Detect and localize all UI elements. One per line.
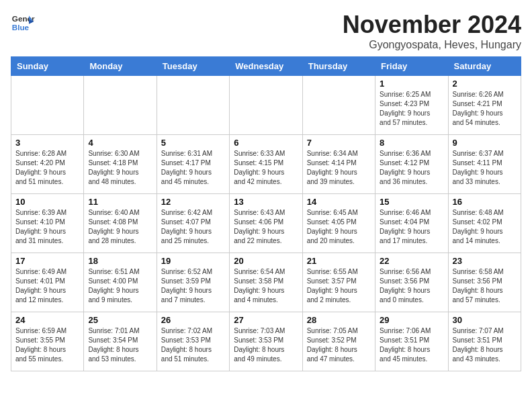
calendar-cell: 1Sunrise: 6:25 AM Sunset: 4:23 PM Daylig… [375,76,448,135]
calendar-cell: 4Sunrise: 6:30 AM Sunset: 4:18 PM Daylig… [84,135,157,194]
calendar-cell: 16Sunrise: 6:48 AM Sunset: 4:02 PM Dayli… [448,194,521,253]
day-number: 18 [88,256,152,266]
day-info: Sunrise: 7:06 AM Sunset: 3:51 PM Dayligh… [380,326,443,364]
calendar-cell: 14Sunrise: 6:45 AM Sunset: 4:05 PM Dayli… [302,194,375,253]
calendar-cell: 15Sunrise: 6:46 AM Sunset: 4:04 PM Dayli… [375,194,448,253]
day-info: Sunrise: 6:45 AM Sunset: 4:05 PM Dayligh… [307,208,371,246]
logo-icon: General Blue [11,11,35,35]
day-info: Sunrise: 6:43 AM Sunset: 4:06 PM Dayligh… [234,208,298,246]
calendar-cell: 22Sunrise: 6:56 AM Sunset: 3:56 PM Dayli… [375,253,448,312]
calendar-cell: 27Sunrise: 7:03 AM Sunset: 3:53 PM Dayli… [230,312,302,371]
logo: General Blue [11,11,38,35]
day-info: Sunrise: 6:37 AM Sunset: 4:11 PM Dayligh… [453,149,517,187]
month-title: November 2024 [343,11,521,39]
calendar-cell: 19Sunrise: 6:52 AM Sunset: 3:59 PM Dayli… [157,253,229,312]
day-info: Sunrise: 6:52 AM Sunset: 3:59 PM Dayligh… [161,267,225,305]
day-number: 8 [380,138,443,148]
calendar-cell [11,76,84,135]
calendar-cell: 7Sunrise: 6:34 AM Sunset: 4:14 PM Daylig… [302,135,375,194]
day-info: Sunrise: 7:01 AM Sunset: 3:54 PM Dayligh… [88,326,152,364]
day-info: Sunrise: 6:55 AM Sunset: 3:57 PM Dayligh… [307,267,371,305]
day-number: 4 [88,138,152,148]
day-info: Sunrise: 6:25 AM Sunset: 4:23 PM Dayligh… [380,90,443,128]
calendar-cell: 24Sunrise: 6:59 AM Sunset: 3:55 PM Dayli… [11,312,84,371]
day-number: 28 [307,315,371,325]
calendar-cell: 23Sunrise: 6:58 AM Sunset: 3:56 PM Dayli… [448,253,521,312]
calendar-cell: 17Sunrise: 6:49 AM Sunset: 4:01 PM Dayli… [11,253,84,312]
day-info: Sunrise: 7:03 AM Sunset: 3:53 PM Dayligh… [234,326,298,364]
calendar-cell: 6Sunrise: 6:33 AM Sunset: 4:15 PM Daylig… [230,135,302,194]
calendar-cell: 11Sunrise: 6:40 AM Sunset: 4:08 PM Dayli… [84,194,157,253]
day-number: 2 [453,79,517,89]
day-number: 12 [161,197,225,207]
calendar-week-row: 3Sunrise: 6:28 AM Sunset: 4:20 PM Daylig… [11,135,521,194]
day-number: 17 [15,256,79,266]
day-number: 30 [453,315,517,325]
day-number: 1 [380,79,443,89]
day-info: Sunrise: 6:34 AM Sunset: 4:14 PM Dayligh… [307,149,371,187]
calendar-cell: 8Sunrise: 6:36 AM Sunset: 4:12 PM Daylig… [375,135,448,194]
calendar-cell: 26Sunrise: 7:02 AM Sunset: 3:53 PM Dayli… [157,312,229,371]
calendar-cell: 9Sunrise: 6:37 AM Sunset: 4:11 PM Daylig… [448,135,521,194]
weekday-header: Sunday [11,57,84,76]
day-info: Sunrise: 6:39 AM Sunset: 4:10 PM Dayligh… [15,208,79,246]
day-number: 13 [234,197,298,207]
weekday-header: Saturday [448,57,521,76]
calendar-cell: 2Sunrise: 6:26 AM Sunset: 4:21 PM Daylig… [448,76,521,135]
day-number: 14 [307,197,371,207]
day-number: 19 [161,256,225,266]
calendar-cell: 18Sunrise: 6:51 AM Sunset: 4:00 PM Dayli… [84,253,157,312]
weekday-header: Thursday [302,57,375,76]
day-number: 24 [15,315,79,325]
day-number: 22 [380,256,443,266]
calendar-cell: 29Sunrise: 7:06 AM Sunset: 3:51 PM Dayli… [375,312,448,371]
location-title: Gyongyospata, Heves, Hungary [343,39,521,51]
day-number: 20 [234,256,298,266]
day-info: Sunrise: 6:40 AM Sunset: 4:08 PM Dayligh… [88,208,152,246]
calendar-week-row: 17Sunrise: 6:49 AM Sunset: 4:01 PM Dayli… [11,253,521,312]
day-info: Sunrise: 6:56 AM Sunset: 3:56 PM Dayligh… [380,267,443,305]
weekday-header: Tuesday [157,57,229,76]
calendar-cell [157,76,229,135]
calendar-cell: 5Sunrise: 6:31 AM Sunset: 4:17 PM Daylig… [157,135,229,194]
day-info: Sunrise: 6:33 AM Sunset: 4:15 PM Dayligh… [234,149,298,187]
day-number: 25 [88,315,152,325]
calendar-cell [84,76,157,135]
day-info: Sunrise: 6:58 AM Sunset: 3:56 PM Dayligh… [453,267,517,305]
calendar-cell: 13Sunrise: 6:43 AM Sunset: 4:06 PM Dayli… [230,194,302,253]
calendar-cell: 25Sunrise: 7:01 AM Sunset: 3:54 PM Dayli… [84,312,157,371]
day-info: Sunrise: 6:28 AM Sunset: 4:20 PM Dayligh… [15,149,79,187]
calendar-cell: 10Sunrise: 6:39 AM Sunset: 4:10 PM Dayli… [11,194,84,253]
day-info: Sunrise: 6:49 AM Sunset: 4:01 PM Dayligh… [15,267,79,305]
day-number: 7 [307,138,371,148]
day-info: Sunrise: 6:42 AM Sunset: 4:07 PM Dayligh… [161,208,225,246]
svg-text:Blue: Blue [12,23,30,32]
title-area: November 2024 Gyongyospata, Heves, Hunga… [343,11,521,51]
day-number: 5 [161,138,225,148]
day-info: Sunrise: 6:46 AM Sunset: 4:04 PM Dayligh… [380,208,443,246]
day-number: 21 [307,256,371,266]
calendar-week-row: 1Sunrise: 6:25 AM Sunset: 4:23 PM Daylig… [11,76,521,135]
day-info: Sunrise: 6:30 AM Sunset: 4:18 PM Dayligh… [88,149,152,187]
day-number: 23 [453,256,517,266]
day-number: 16 [453,197,517,207]
weekday-header: Monday [84,57,157,76]
calendar-cell: 3Sunrise: 6:28 AM Sunset: 4:20 PM Daylig… [11,135,84,194]
day-number: 29 [380,315,443,325]
calendar-week-row: 10Sunrise: 6:39 AM Sunset: 4:10 PM Dayli… [11,194,521,253]
day-info: Sunrise: 7:07 AM Sunset: 3:51 PM Dayligh… [453,326,517,364]
calendar-cell: 30Sunrise: 7:07 AM Sunset: 3:51 PM Dayli… [448,312,521,371]
calendar-week-row: 24Sunrise: 6:59 AM Sunset: 3:55 PM Dayli… [11,312,521,371]
day-info: Sunrise: 6:36 AM Sunset: 4:12 PM Dayligh… [380,149,443,187]
day-number: 11 [88,197,152,207]
calendar-table: SundayMondayTuesdayWednesdayThursdayFrid… [11,56,521,371]
day-info: Sunrise: 6:26 AM Sunset: 4:21 PM Dayligh… [453,90,517,128]
day-number: 9 [453,138,517,148]
day-info: Sunrise: 7:05 AM Sunset: 3:52 PM Dayligh… [307,326,371,364]
calendar-cell [230,76,302,135]
weekday-header: Friday [375,57,448,76]
day-number: 3 [15,138,79,148]
day-number: 26 [161,315,225,325]
calendar-cell: 12Sunrise: 6:42 AM Sunset: 4:07 PM Dayli… [157,194,229,253]
calendar-cell: 20Sunrise: 6:54 AM Sunset: 3:58 PM Dayli… [230,253,302,312]
